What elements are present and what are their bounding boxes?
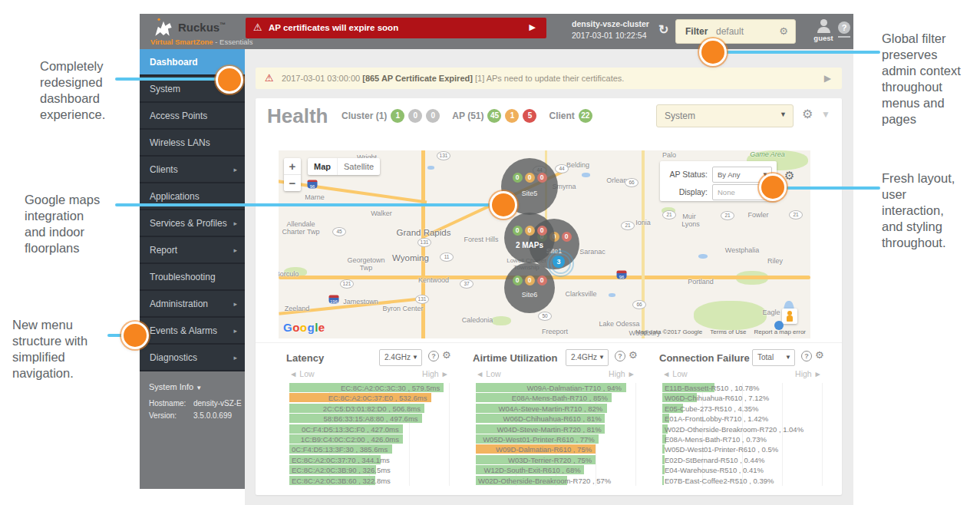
chart-gear-icon[interactable]: ⚙: [815, 349, 824, 361]
site-badges: 000: [504, 276, 555, 286]
route-shield: 37: [460, 279, 474, 289]
chart-gear-icon[interactable]: ⚙: [629, 349, 638, 361]
product-name: Virtual SmartZone: [150, 38, 213, 46]
sidebar-item-clients[interactable]: Clients▸: [140, 157, 245, 183]
route-shield: 131: [417, 238, 431, 247]
sidebar-item-label: Dashboard: [150, 57, 198, 68]
map-settings-gear-icon[interactable]: ⚙: [784, 169, 794, 183]
refresh-icon[interactable]: ↻: [658, 22, 668, 37]
scope-dropdown[interactable]: System ▼: [656, 104, 794, 127]
sidebar-menu: DashboardSystemAccess PointsWireless LAN…: [140, 49, 245, 371]
map-site-bubble-site6[interactable]: 000Site6: [504, 262, 555, 313]
status-count-badge: 0: [426, 109, 440, 123]
sidebar-item-label: Administration: [150, 299, 208, 309]
chart-bar-label: W06D-Chihuahua-R610 , 7.12%: [665, 394, 769, 402]
google-logo[interactable]: Google: [283, 321, 325, 334]
submenu-arrow-icon: ▸: [233, 354, 237, 361]
sidebar-item-administration[interactable]: Administration▸: [140, 291, 245, 318]
map-town-label: Wyoming: [392, 253, 429, 262]
submenu-arrow-icon: ▸: [233, 166, 237, 173]
map-water: [582, 173, 590, 177]
chart-bar-row: W09A-Dalmatian-T710 , 94%: [476, 383, 635, 392]
certificate-alert-banner[interactable]: ⚠ AP certificates will expire soon ▶: [246, 18, 546, 38]
user-icon-body: [817, 27, 830, 33]
sidebar: DashboardSystemAccess PointsWireless LAN…: [140, 49, 245, 489]
chart-title: Connection Failure: [659, 352, 750, 364]
map-type-map-button[interactable]: Map: [308, 158, 337, 175]
chart-band-dropdown[interactable]: 2.4GHz▼: [566, 349, 609, 366]
chart-bar-row: W03D-Terrier-R720 , 75%: [476, 455, 635, 464]
chart-high-label: High ►: [422, 369, 449, 378]
chart-band-dropdown[interactable]: 2.4GHz▼: [379, 349, 422, 366]
user-menu[interactable]: guest: [810, 19, 836, 42]
alert-expand-icon[interactable]: ▶: [824, 73, 831, 84]
banner-play-icon[interactable]: ▶: [530, 22, 536, 32]
zoom-in-button[interactable]: +: [284, 158, 301, 174]
chart-bar-row: 2C:C5:D3:01:82:D0 , 506.8ms: [289, 404, 449, 413]
health-filter-icon[interactable]: ▼: [821, 109, 830, 120]
chart-help-icon[interactable]: ?: [615, 351, 625, 361]
submenu-arrow-icon: ▸: [233, 219, 237, 227]
chart-bars-area: W09A-Dalmatian-T710 , 94%E08A-Mens-Bath-…: [476, 383, 635, 486]
client-count-badge[interactable]: 3: [553, 256, 565, 268]
chevron-down-icon: ▼: [599, 354, 605, 361]
map-site-bubble-maps-cluster[interactable]: 0002 MAPs: [504, 213, 555, 263]
map-type-satellite-button[interactable]: Satellite: [337, 158, 380, 175]
terms-of-use-link[interactable]: Terms of Use: [710, 328, 746, 335]
route-shield: 44: [555, 164, 569, 173]
chart-help-icon[interactable]: ?: [801, 351, 812, 361]
help-button[interactable]: ?: [838, 21, 851, 38]
chart-bar-label: E08A-Mens-Bath-R710 , 85%: [512, 394, 608, 402]
map-town-label: Caledonia: [462, 316, 493, 324]
health-group: Cluster (1)100: [342, 109, 440, 123]
map-town-label: Palo: [662, 151, 676, 159]
site-status-badge: 0: [537, 173, 547, 183]
brand-product: Virtual SmartZone - Essentials: [150, 38, 252, 46]
callout-dot: [759, 173, 787, 201]
pegman-control[interactable]: [782, 309, 797, 324]
tm-mark: ™: [219, 21, 226, 28]
chart-bar-label: W12D-South-Exit-R610 , 68%: [483, 466, 580, 474]
help-icon: ?: [838, 21, 850, 34]
hostname-value: density-vSZ-E: [193, 399, 242, 408]
chart-help-icon[interactable]: ?: [428, 351, 439, 361]
sidebar-item-diagnostics[interactable]: Diagnostics▸: [140, 345, 245, 371]
google-logo-letter: G: [283, 321, 292, 334]
map-town-label: Forest Hills: [464, 236, 498, 243]
sidebar-item-services-profiles[interactable]: Services & Profiles▸: [140, 210, 245, 237]
chart-bar-row: 0C:F4:D5:13:3C:F0 , 427.0ms: [289, 424, 449, 434]
chart-bar-label: E08A-Mens-Bath-R710 , 0.73%: [665, 435, 767, 444]
chart-bar-row: E08A-Mens-Bath-R710 , 0.73%: [662, 434, 822, 444]
event-alert-bar: ⚠ 2017-03-01 03:00:00 [865 AP Certificat…: [256, 68, 842, 89]
chart-band-dropdown[interactable]: Total▼: [752, 349, 795, 366]
map-town-label: Jamestown: [343, 298, 378, 305]
map-town-label: Grand Rapids: [397, 228, 451, 237]
brand-logo[interactable]: Ruckus™ Virtual SmartZone - Essentials: [150, 16, 250, 48]
chart-bar-label: EC:8C:A2:0C:3B:60 , 322.8ms: [292, 477, 391, 485]
chart-bar-label: W09A-Dalmatian-T710 , 94%: [527, 384, 622, 392]
sidebar-item-events-alarms[interactable]: Events & Alarms▸: [140, 318, 245, 345]
callout-line: [713, 51, 880, 54]
filter-gear-icon[interactable]: ⚙: [779, 25, 788, 37]
chart-bar-row: E01A-FrontLobby-R710 , 1.42%: [662, 414, 822, 423]
zoom-out-button[interactable]: −: [284, 174, 301, 191]
health-settings-gear-icon[interactable]: ⚙: [802, 107, 813, 121]
google-logo-letter: g: [308, 321, 315, 334]
google-map[interactable]: + − Map Satellite AP Status: By Any ▼: [279, 150, 810, 338]
callout-dot: [121, 322, 149, 349]
global-filter-input[interactable]: Filter default ⚙: [675, 19, 796, 44]
site-status-badge: 0: [525, 226, 535, 236]
sidebar-item-access-points[interactable]: Access Points: [140, 103, 245, 130]
chart-bar-row: EC:8C:A2:0C:3C:30 , 579.5ms: [289, 383, 449, 392]
system-info-title[interactable]: System Info ▼: [149, 382, 202, 391]
sidebar-item-wireless-lans[interactable]: Wireless LANs: [140, 130, 245, 157]
sidebar-item-troubleshooting[interactable]: Troubleshooting: [140, 264, 245, 291]
route-shield: 21: [621, 221, 635, 230]
chevron-down-icon: ▼: [780, 111, 787, 118]
map-town-label: Byron Center: [382, 305, 423, 312]
sidebar-item-report[interactable]: Report▸: [140, 237, 245, 264]
banner-text: AP certificates will expire soon: [269, 23, 398, 32]
chart-bar-label: E11B-Bassett-R510 , 10.78%: [665, 384, 759, 392]
site-label: 2 MAPs: [504, 241, 555, 249]
chart-gear-icon[interactable]: ⚙: [442, 349, 451, 361]
